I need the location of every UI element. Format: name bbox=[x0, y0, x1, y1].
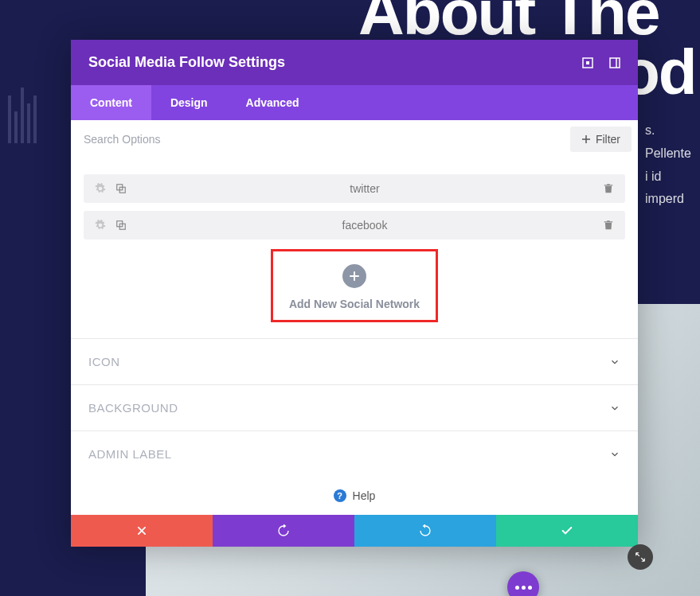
dot-icon bbox=[528, 586, 532, 590]
bg-decorative-bars bbox=[8, 80, 37, 143]
tab-content[interactable]: Content bbox=[71, 85, 151, 120]
dot-icon bbox=[522, 586, 526, 590]
redo-icon bbox=[419, 524, 432, 537]
undo-icon bbox=[277, 524, 290, 537]
section-label: Icon bbox=[88, 355, 120, 368]
trash-icon[interactable] bbox=[603, 183, 614, 194]
search-input[interactable] bbox=[84, 127, 562, 152]
chevron-down-icon bbox=[609, 403, 620, 414]
resize-fab[interactable] bbox=[628, 544, 653, 570]
chevron-down-icon bbox=[609, 356, 620, 368]
plus-icon bbox=[581, 134, 591, 144]
dot-icon bbox=[515, 586, 519, 590]
expand-icon[interactable] bbox=[582, 57, 593, 68]
tab-advanced[interactable]: Advanced bbox=[227, 85, 319, 120]
add-new-label: Add New Social Network bbox=[281, 298, 428, 310]
social-item-row[interactable]: twitter bbox=[84, 174, 625, 203]
section-admin-label[interactable]: Admin Label bbox=[71, 430, 638, 477]
tab-bar: Content Design Advanced bbox=[71, 85, 638, 120]
gear-icon[interactable] bbox=[95, 183, 106, 194]
chevron-down-icon bbox=[609, 449, 620, 460]
tab-design[interactable]: Design bbox=[151, 85, 227, 120]
modal-title: Social Media Follow Settings bbox=[88, 54, 285, 71]
duplicate-icon[interactable] bbox=[115, 220, 127, 231]
search-row: Filter bbox=[71, 120, 638, 158]
modal-header: Social Media Follow Settings bbox=[71, 40, 638, 85]
page-body-text: s. Pellente i id imperd bbox=[645, 119, 700, 211]
help-label: Help bbox=[353, 489, 376, 502]
check-icon bbox=[561, 524, 573, 537]
filter-label: Filter bbox=[596, 133, 620, 146]
add-new-button[interactable] bbox=[342, 264, 366, 288]
cancel-button[interactable] bbox=[71, 515, 213, 547]
social-item-label: twitter bbox=[127, 182, 603, 195]
help-icon: ? bbox=[334, 489, 346, 502]
section-background[interactable]: Background bbox=[71, 384, 638, 430]
social-item-label: facebook bbox=[127, 219, 603, 232]
plus-icon bbox=[349, 271, 360, 282]
add-new-highlight-box: Add New Social Network bbox=[271, 249, 438, 322]
dock-icon[interactable] bbox=[609, 57, 620, 68]
svg-rect-1 bbox=[586, 61, 589, 64]
settings-modal: Social Media Follow Settings Content Des… bbox=[71, 40, 638, 547]
section-icon[interactable]: Icon bbox=[71, 338, 638, 384]
expand-arrows-icon bbox=[635, 551, 646, 563]
close-icon bbox=[136, 525, 147, 536]
action-bar bbox=[71, 515, 638, 547]
filter-button[interactable]: Filter bbox=[570, 127, 632, 152]
section-label: Admin Label bbox=[88, 447, 172, 461]
section-label: Background bbox=[88, 401, 178, 415]
redo-button[interactable] bbox=[354, 515, 496, 547]
gear-icon[interactable] bbox=[95, 220, 106, 231]
confirm-button[interactable] bbox=[496, 515, 638, 547]
duplicate-icon[interactable] bbox=[115, 183, 127, 194]
undo-button[interactable] bbox=[213, 515, 354, 547]
svg-rect-2 bbox=[610, 58, 620, 68]
trash-icon[interactable] bbox=[603, 220, 614, 231]
help-row[interactable]: ? Help bbox=[71, 477, 638, 515]
social-item-row[interactable]: facebook bbox=[84, 211, 625, 240]
